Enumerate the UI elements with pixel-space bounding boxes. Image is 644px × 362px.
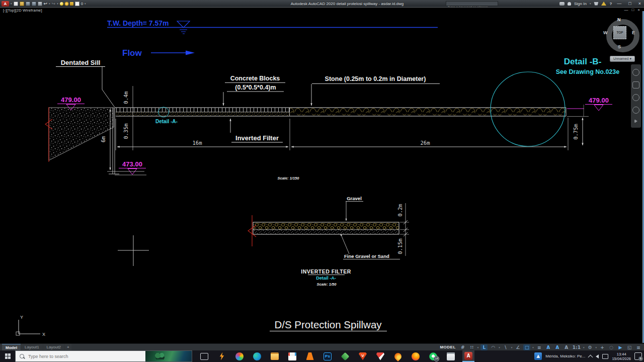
close-button[interactable]: × — [636, 0, 643, 7]
model-space[interactable]: T.W. Depth= 7.57m Flow Dentated Sill — [0, 8, 644, 344]
navigation-bar[interactable] — [631, 64, 641, 128]
snap-icon[interactable]: ∷ — [468, 344, 475, 350]
isodraft-icon[interactable]: ∖ — [502, 344, 509, 350]
flame-app-icon[interactable] — [392, 350, 404, 362]
layer-on-icon[interactable] — [60, 2, 63, 6]
photoshop-icon[interactable]: Ps — [321, 350, 334, 362]
sign-in-button[interactable]: Sign In — [574, 2, 587, 6]
layer-dropdown-icon[interactable]: ▾ — [85, 0, 86, 7]
orbit-icon[interactable] — [632, 107, 639, 114]
chevron-down-icon[interactable]: ▾ — [477, 346, 479, 349]
layer-color-swatch[interactable] — [75, 2, 79, 6]
autocad-icon[interactable]: A — [462, 350, 474, 362]
chevron-down-icon[interactable]: ▾ — [11, 0, 12, 7]
chevron-down-icon[interactable]: ▾ — [532, 346, 534, 349]
layer-thaw-icon[interactable] — [65, 2, 68, 6]
firefox-icon[interactable] — [410, 350, 422, 362]
hardware-accel-icon[interactable]: ▶ — [617, 344, 624, 350]
minimize-button[interactable]: — — [615, 0, 623, 7]
redo-icon[interactable]: ↪ — [52, 1, 56, 7]
clean-screen-icon[interactable]: ◱ — [626, 344, 633, 350]
dynamic-input-icon[interactable]: □ — [523, 344, 530, 350]
tab-layout1[interactable]: Layout1 — [21, 344, 42, 350]
task-view-icon[interactable] — [198, 350, 210, 362]
zoom-icon[interactable] — [632, 94, 639, 101]
maximize-button[interactable]: □ — [626, 0, 633, 7]
doc-minimize-button[interactable]: — — [624, 8, 628, 12]
volume-icon[interactable] — [596, 354, 599, 358]
file-explorer-icon[interactable] — [269, 350, 281, 362]
tab-layout2[interactable]: Layout2 — [43, 344, 64, 350]
news-weather-label[interactable]: Mérida, Meksiko: Pe... — [545, 354, 585, 358]
undo-dropdown-icon[interactable]: ▾ — [49, 0, 50, 7]
tab-model[interactable]: Model — [2, 344, 21, 351]
viewcube-west[interactable]: W — [603, 30, 608, 35]
chevron-down-icon[interactable]: ▾ — [583, 346, 585, 349]
new-layout-button[interactable]: + — [65, 344, 71, 350]
otrack-icon[interactable]: ∠ — [514, 344, 521, 350]
news-weather-icon[interactable] — [534, 352, 542, 360]
drawing-canvas[interactable]: T.W. Depth= 7.57m Flow Dentated Sill — [0, 7, 644, 343]
workspace-icon[interactable]: ⚙ — [586, 344, 593, 350]
viewport-controls[interactable]: [-][Top][2D Wireframe] — [3, 8, 42, 13]
redo-dropdown-icon[interactable]: ▾ — [57, 0, 58, 7]
whatsapp-icon[interactable]: 18 — [427, 350, 439, 362]
ortho-icon[interactable]: L — [480, 344, 488, 350]
app-store-icon[interactable] — [594, 2, 598, 6]
notification-center-icon[interactable]: 6 — [634, 352, 642, 360]
alert-icon[interactable] — [601, 2, 606, 6]
notes-app-icon[interactable] — [445, 350, 457, 362]
microsoft-store-icon[interactable] — [286, 350, 298, 362]
help-icon[interactable]: ? — [609, 2, 612, 6]
layer-unlock-icon[interactable] — [70, 2, 73, 6]
vlc-icon[interactable] — [304, 350, 316, 362]
search-icon[interactable] — [559, 2, 565, 6]
chevron-down-icon[interactable]: ▾ — [499, 346, 500, 349]
chevron-down-icon[interactable]: ▾ — [511, 346, 513, 349]
viewcube[interactable]: TOP N W E S — [603, 13, 640, 56]
infocenter-search[interactable] — [446, 1, 498, 6]
viewcube-south[interactable]: S — [618, 44, 621, 49]
steering-wheel-icon[interactable] — [632, 69, 639, 76]
lightning-app-icon[interactable] — [216, 350, 228, 362]
doc-restore-button[interactable]: □ — [631, 8, 634, 12]
lineweight-icon[interactable]: ≡ — [536, 344, 543, 350]
green-diamond-app-icon[interactable] — [339, 350, 351, 362]
color-wheel-app-icon[interactable] — [233, 350, 246, 362]
pan-icon[interactable] — [632, 81, 639, 88]
chevron-down-icon[interactable]: ▾ — [595, 346, 597, 349]
new-file-icon[interactable] — [14, 2, 18, 6]
annotation-scale-button[interactable]: 1:1 — [572, 344, 581, 350]
viewcube-top-face[interactable]: TOP — [613, 26, 626, 39]
grid-icon[interactable]: # — [459, 344, 466, 350]
autoscale-icon[interactable]: A — [554, 344, 561, 350]
brave-icon[interactable]: V — [357, 350, 369, 362]
save-as-icon[interactable] — [32, 2, 36, 6]
shield-app-icon[interactable] — [374, 350, 386, 362]
customize-icon[interactable]: ≡ — [635, 344, 642, 350]
plot-icon[interactable] — [38, 2, 42, 6]
crosshair-toggle-icon[interactable]: + — [599, 344, 606, 350]
polar-icon[interactable]: ◠ — [490, 344, 497, 350]
search-daily-image[interactable] — [145, 351, 192, 361]
open-file-icon[interactable] — [20, 2, 24, 6]
annotation-icon[interactable]: A — [563, 344, 570, 350]
taskbar-search-input[interactable] — [27, 353, 145, 359]
start-button[interactable] — [0, 350, 15, 362]
viewport-name-button[interactable]: Unnamed ▾ — [610, 56, 635, 62]
model-space-label[interactable]: MODEL — [440, 345, 455, 349]
viewcube-north[interactable]: N — [617, 17, 621, 22]
tray-expand-icon[interactable] — [588, 354, 593, 359]
save-icon[interactable] — [26, 2, 30, 6]
autocad-menu-button[interactable]: A — [2, 1, 9, 7]
doc-close-button[interactable]: × — [637, 8, 640, 12]
showmotion-icon[interactable] — [634, 119, 637, 123]
isolate-icon[interactable]: ◌ — [608, 344, 615, 350]
sign-in-dropdown-icon[interactable]: ▾ — [590, 0, 591, 7]
undo-icon[interactable]: ↩ — [44, 1, 48, 7]
clock[interactable]: 13:44 15/04/2026 — [612, 352, 631, 361]
edge-icon[interactable] — [251, 350, 263, 362]
viewcube-east[interactable]: E — [632, 30, 635, 35]
network-icon[interactable] — [602, 354, 608, 359]
taskbar-search[interactable] — [15, 350, 192, 362]
